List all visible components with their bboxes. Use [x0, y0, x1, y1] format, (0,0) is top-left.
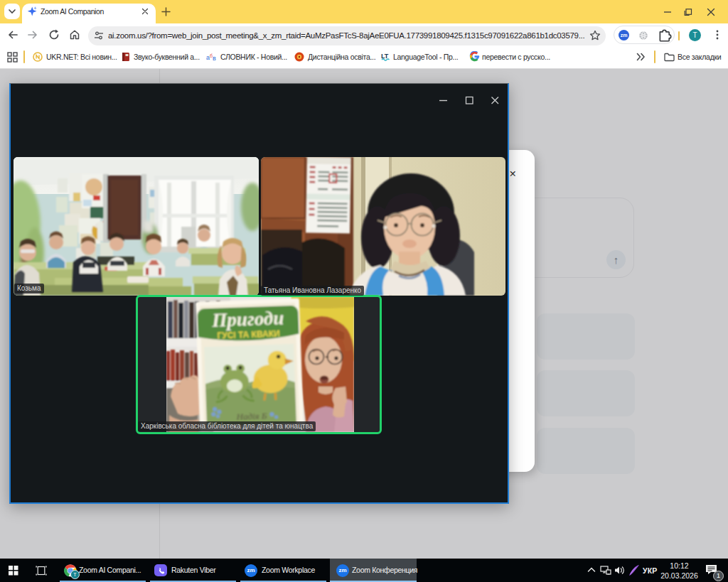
svg-text:Пригоди: Пригоди: [211, 307, 284, 331]
svg-text:в: в: [213, 55, 216, 62]
svg-text:Надія Б: Надія Б: [235, 410, 267, 422]
